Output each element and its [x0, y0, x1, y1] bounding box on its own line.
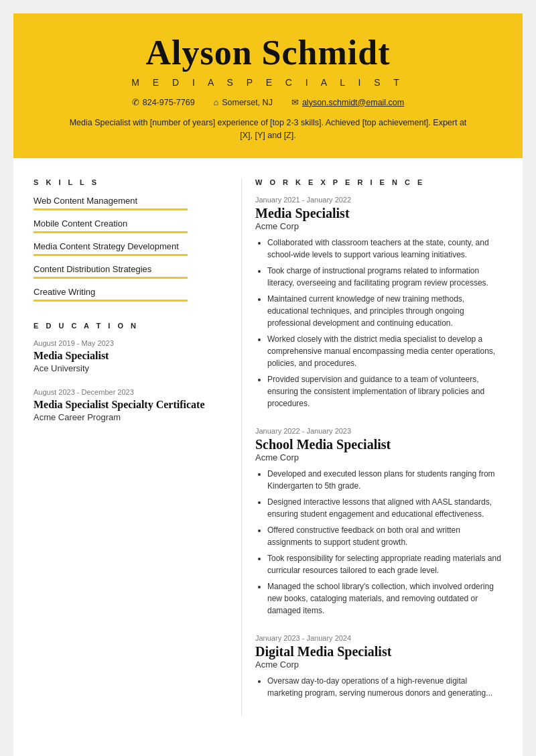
location-contact: ⌂ Somerset, NJ	[214, 97, 273, 107]
bullet-item: Managed the school library's collection,…	[267, 580, 503, 617]
skills-title: S K I L L S	[34, 178, 221, 186]
bullet-item: Provided supervision and guidance to a t…	[267, 373, 503, 410]
email-link[interactable]: alyson.schmidt@email.com	[302, 98, 404, 107]
edu-school: Ace University	[34, 363, 221, 373]
candidate-title: M e d i a S p e c i a l i s t	[40, 77, 496, 88]
skill-bar	[34, 277, 188, 279]
edu-school: Acme Career Program	[34, 412, 221, 422]
work-bullets: Developed and executed lesson plans for …	[255, 468, 503, 617]
phone-contact: ✆ 824-975-7769	[132, 97, 195, 107]
skill-item: Mobile Content Creation	[34, 218, 221, 233]
work-job-title: Digital Media Specialist	[255, 644, 503, 659]
contact-row: ✆ 824-975-7769 ⌂ Somerset, NJ ✉ alyson.s…	[40, 97, 496, 107]
skill-name: Creative Writing	[34, 287, 221, 297]
work-job-title: Media Specialist	[255, 206, 503, 221]
work-section: W O R K E X P E R I E N C E January 2021…	[255, 178, 503, 699]
edu-entry-2: August 2023 - December 2023 Media Specia…	[34, 388, 221, 422]
skill-item: Web Content Management	[34, 196, 221, 210]
skill-bar	[34, 300, 188, 302]
edu-entry-1: August 2019 - May 2023 Media Specialist …	[34, 339, 221, 373]
location-text: Somerset, NJ	[222, 98, 273, 107]
bullet-item: Offered constructive feedback on both or…	[267, 524, 503, 548]
skills-section: S K I L L S Web Content Management Mobil…	[34, 178, 221, 302]
location-icon: ⌂	[214, 98, 219, 107]
email-icon: ✉	[291, 97, 299, 107]
bullet-item: Oversaw day-to-day operations of a high-…	[267, 675, 503, 699]
work-company: Acme Corp	[255, 452, 503, 462]
skill-name: Content Distribution Strategies	[34, 264, 221, 274]
email-contact: ✉ alyson.schmidt@email.com	[291, 97, 404, 107]
skill-item: Content Distribution Strategies	[34, 264, 221, 279]
resume-page: Alyson Schmidt M e d i a S p e c i a l i…	[13, 13, 523, 756]
work-bullets: Oversaw day-to-day operations of a high-…	[255, 675, 503, 699]
bullet-item: Designed interactive lessons that aligne…	[267, 496, 503, 520]
edu-dates: August 2019 - May 2023	[34, 339, 221, 347]
bullet-item: Collaborated with classroom teachers at …	[267, 237, 503, 261]
skill-name: Mobile Content Creation	[34, 218, 221, 229]
work-entry-1: January 2021 - January 2022 Media Specia…	[255, 196, 503, 410]
work-entry-2: January 2022 - January 2023 School Media…	[255, 427, 503, 617]
work-company: Acme Corp	[255, 221, 503, 231]
education-section: E D U C A T I O N August 2019 - May 2023…	[34, 322, 221, 422]
work-job-title: School Media Specialist	[255, 437, 503, 452]
edu-degree: Media Specialist Specialty Certificate	[34, 398, 221, 411]
skill-name: Media Content Strategy Development	[34, 241, 221, 251]
bullet-item: Worked closely with the district media s…	[267, 333, 503, 369]
candidate-name: Alyson Schmidt	[40, 34, 496, 72]
skill-bar	[34, 254, 188, 256]
bullet-item: Developed and executed lesson plans for …	[267, 468, 503, 492]
skill-bar	[34, 231, 188, 233]
header-section: Alyson Schmidt M e d i a S p e c i a l i…	[13, 13, 523, 158]
skill-bar	[34, 208, 188, 210]
work-dates: January 2023 - January 2024	[255, 634, 503, 642]
right-column: W O R K E X P E R I E N C E January 2021…	[241, 178, 503, 716]
edu-dates: August 2023 - December 2023	[34, 388, 221, 396]
bullet-item: Maintained current knowledge of new trai…	[267, 293, 503, 329]
education-title: E D U C A T I O N	[34, 322, 221, 330]
phone-icon: ✆	[132, 97, 139, 107]
work-bullets: Collaborated with classroom teachers at …	[255, 237, 503, 410]
work-entry-3: January 2023 - January 2024 Digital Medi…	[255, 634, 503, 699]
body-section: S K I L L S Web Content Management Mobil…	[13, 158, 523, 737]
edu-degree: Media Specialist	[34, 349, 221, 362]
work-company: Acme Corp	[255, 659, 503, 670]
work-title-label: W O R K E X P E R I E N C E	[255, 178, 503, 186]
work-dates: January 2021 - January 2022	[255, 196, 503, 204]
skill-item: Creative Writing	[34, 287, 221, 302]
work-dates: January 2022 - January 2023	[255, 427, 503, 435]
skill-name: Web Content Management	[34, 196, 221, 206]
phone-number: 824-975-7769	[143, 98, 195, 107]
skill-item: Media Content Strategy Development	[34, 241, 221, 256]
left-column: S K I L L S Web Content Management Mobil…	[34, 178, 241, 716]
bullet-item: Took responsibility for selecting approp…	[267, 552, 503, 576]
bullet-item: Took charge of instructional programs re…	[267, 265, 503, 289]
summary-text: Media Specialist with [number of years] …	[67, 117, 469, 142]
